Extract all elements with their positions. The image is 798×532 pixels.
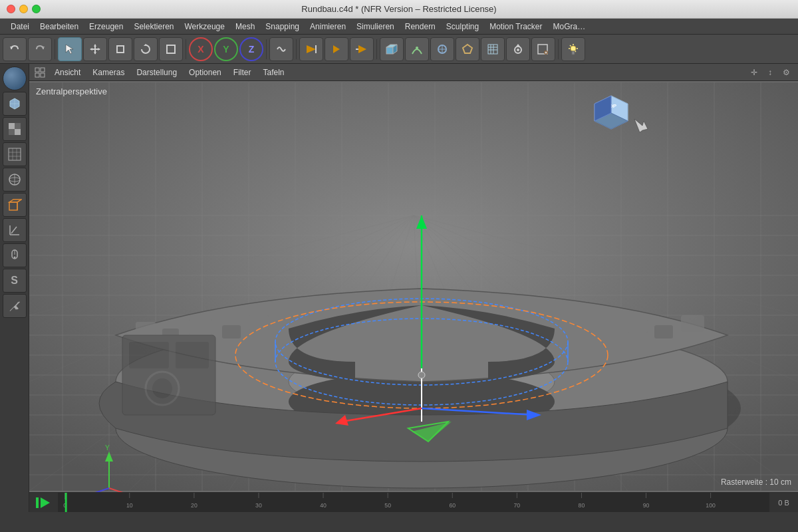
- coordinate-button[interactable]: [269, 37, 293, 61]
- menu-mograph[interactable]: MoGra…: [548, 21, 591, 33]
- svg-text:70: 70: [513, 502, 520, 509]
- close-button[interactable]: [7, 5, 15, 13]
- axis-z-button[interactable]: Z: [239, 37, 263, 61]
- object-list-button[interactable]: [430, 37, 454, 61]
- viewport-icons: ✛ ↕ ⚙: [747, 66, 793, 79]
- menu-bearbeiten[interactable]: Bearbeiten: [35, 21, 84, 33]
- svg-rect-59: [9, 202, 17, 210]
- scale-tool-button[interactable]: [108, 37, 132, 61]
- camera-button[interactable]: [506, 37, 530, 61]
- menu-werkzeuge[interactable]: Werkzeuge: [179, 21, 229, 33]
- svg-rect-124: [628, 319, 648, 333]
- svg-text:30: 30: [255, 502, 262, 509]
- move-tool-button[interactable]: [83, 37, 107, 61]
- maximize-button[interactable]: [32, 5, 41, 13]
- viewport-toolbar: Ansicht Kameras Darstellung Optionen Fil…: [29, 64, 798, 81]
- vp-filter[interactable]: Filter: [228, 66, 257, 78]
- svg-point-31: [517, 49, 519, 51]
- checker-tool[interactable]: [3, 117, 27, 141]
- mouse-tool[interactable]: [3, 243, 27, 267]
- window-controls: [7, 5, 41, 13]
- svg-rect-43: [572, 51, 575, 55]
- viewport[interactable]: Y X Z TOP Zentralperspektive: [29, 81, 798, 492]
- vp-darstellung[interactable]: Darstellung: [131, 66, 182, 78]
- svg-rect-163: [59, 493, 769, 512]
- render-preview-button[interactable]: [299, 37, 323, 61]
- wrench-tool[interactable]: [3, 294, 27, 318]
- toolbar: X Y Z: [0, 35, 798, 64]
- svg-rect-69: [41, 73, 45, 77]
- svg-text:Y: Y: [105, 444, 110, 452]
- select-tool-button[interactable]: [58, 37, 82, 61]
- svg-rect-50: [15, 129, 21, 135]
- separator-3: [266, 39, 267, 59]
- svg-marker-4: [94, 52, 96, 55]
- light-button[interactable]: [561, 37, 585, 61]
- menu-rendern[interactable]: Rendern: [400, 21, 441, 33]
- minimize-button[interactable]: [19, 5, 28, 13]
- box-tool[interactable]: [3, 193, 27, 217]
- svg-rect-17: [386, 47, 393, 54]
- axis-x-button[interactable]: X: [189, 37, 213, 61]
- separator-4: [296, 39, 297, 59]
- render-button[interactable]: [350, 37, 374, 61]
- separator-1: [55, 39, 55, 59]
- viewport-expand-icon[interactable]: ✛: [747, 66, 761, 79]
- svg-point-131: [152, 378, 172, 398]
- timeline-track[interactable]: 0 10 20 30 40 50 60 70: [59, 493, 769, 512]
- timeline-svg: 0 10 20 30 40 50 60 70: [59, 493, 769, 512]
- svg-line-42: [575, 51, 577, 52]
- viewport-arrange-icon[interactable]: ↕: [763, 66, 777, 79]
- svg-rect-66: [35, 68, 39, 72]
- menu-motion-tracker[interactable]: Motion Tracker: [484, 21, 547, 33]
- menu-simulieren[interactable]: Simulieren: [351, 21, 400, 33]
- svg-rect-49: [9, 129, 15, 135]
- render-settings-button[interactable]: [531, 37, 555, 61]
- svg-point-140: [418, 372, 425, 378]
- snap-button[interactable]: [405, 37, 429, 61]
- play-button[interactable]: [325, 37, 348, 61]
- s-tool[interactable]: S: [3, 269, 27, 293]
- grid-tool[interactable]: [3, 142, 27, 166]
- svg-marker-12: [307, 45, 316, 53]
- svg-marker-32: [516, 44, 520, 47]
- menu-animieren[interactable]: Animieren: [305, 21, 351, 33]
- separator-6: [558, 39, 559, 59]
- svg-rect-126: [681, 315, 704, 332]
- window-title: Rundbau.c4d * (NFR Version – Restricted …: [301, 4, 496, 14]
- globe-tool[interactable]: [3, 66, 27, 90]
- undo-button[interactable]: [3, 37, 27, 61]
- svg-rect-119: [136, 322, 156, 335]
- angle-tool[interactable]: [3, 218, 27, 242]
- menu-mesh[interactable]: Mesh: [230, 21, 260, 33]
- separator-5: [376, 39, 377, 59]
- play-icon: [35, 496, 53, 509]
- menu-snapping[interactable]: Snapping: [260, 21, 305, 33]
- vp-optionen[interactable]: Optionen: [184, 66, 227, 78]
- perspective-view-button[interactable]: [380, 37, 404, 61]
- cube-tool[interactable]: [3, 92, 27, 116]
- vp-kameras[interactable]: Kameras: [87, 66, 130, 78]
- menu-selektieren[interactable]: Selektieren: [128, 21, 179, 33]
- vp-ansicht[interactable]: Ansicht: [49, 66, 86, 78]
- svg-rect-68: [35, 73, 39, 77]
- texture-button[interactable]: [481, 37, 505, 61]
- frame-counter: 0 B: [769, 493, 798, 512]
- object-mode-button[interactable]: [159, 37, 183, 61]
- viewport-label: Zentralperspektive: [36, 86, 107, 96]
- viewport-settings-icon[interactable]: ⚙: [779, 66, 793, 79]
- rotate-tool-button[interactable]: [134, 37, 158, 61]
- menu-sculpting[interactable]: Sculpting: [441, 21, 484, 33]
- svg-marker-16: [358, 45, 366, 53]
- menu-datei[interactable]: Datei: [5, 21, 35, 33]
- svg-marker-3: [94, 44, 96, 47]
- svg-text:80: 80: [579, 502, 585, 509]
- material-button[interactable]: [456, 37, 479, 61]
- axis-y-button[interactable]: Y: [214, 37, 238, 61]
- menu-erzeugen[interactable]: Erzeugen: [84, 21, 128, 33]
- timeline: 0 10 20 30 40 50 60 70: [29, 492, 798, 512]
- svg-rect-128: [129, 342, 169, 368]
- vp-tafeln[interactable]: Tafeln: [257, 66, 289, 78]
- redo-button[interactable]: [28, 37, 52, 61]
- sphere-tool[interactable]: [3, 168, 27, 192]
